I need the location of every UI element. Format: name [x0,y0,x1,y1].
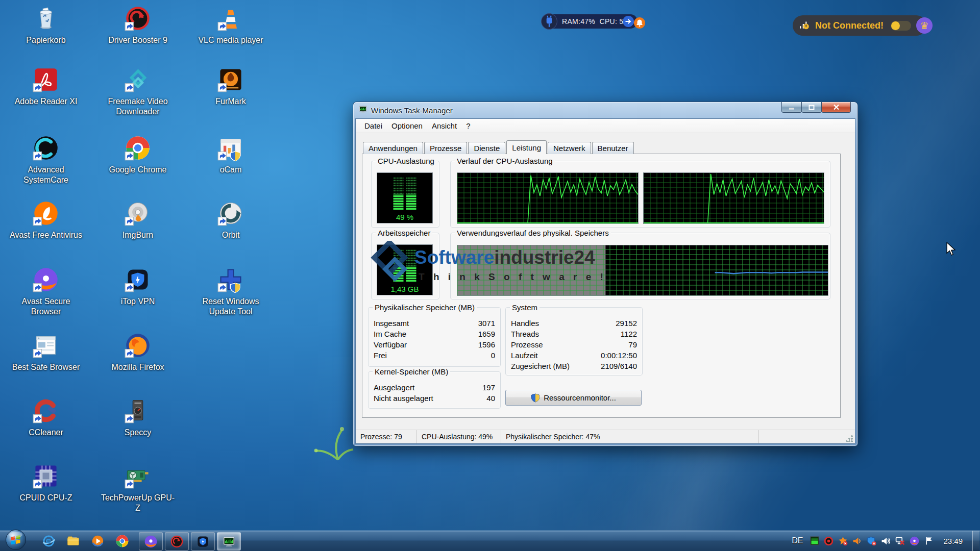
taskbar-button-avast-browser[interactable] [139,532,163,550]
desktop-icon-label: VLC media player [192,35,269,45]
title-bar[interactable]: Windows Task-Manager [353,102,857,118]
tab-netzwerk[interactable]: Netzwerk [548,142,591,154]
desktop-icon-speccy[interactable]: Speccy [100,397,176,438]
desktop-icon-driver-booster[interactable]: Driver Booster 9 [100,5,176,45]
desktop-icon-ocam[interactable]: oCam [192,135,269,175]
memory-history-group: Verwendungsverlauf des physikal. Speiche… [450,233,830,299]
avast-free-icon [33,219,59,228]
avast-warning-tray-icon[interactable] [838,536,848,546]
desktop-icon-furmark[interactable]: FurMark [192,66,269,107]
cpu-history-graph-2 [643,172,824,224]
show-desktop-button[interactable] [972,531,979,551]
tab-leistung[interactable]: Leistung [506,140,547,154]
stat-row: Frei0 [374,350,495,361]
desktop-icon-asc[interactable]: Advanced SystemCare [8,135,84,185]
plug-icon [541,13,558,32]
desktop-icon-vlc[interactable]: VLC media player [192,5,269,45]
orange-speaker-tray-icon[interactable] [852,536,862,546]
stat-row: Laufzeit0:00:12:50 [511,350,637,361]
maximize-button[interactable] [801,102,822,113]
desktop-icon-papierkorb[interactable]: Papierkorb [8,5,84,45]
taskbar-button-ie[interactable] [40,531,57,551]
desktop: PapierkorbDriver Booster 9VLC media play… [0,0,980,551]
action-center-flag-icon[interactable] [924,536,934,546]
furmark-icon [217,86,244,94]
driver-booster-tray-icon[interactable] [824,536,834,546]
desktop-icon-itop-vpn[interactable]: iTop VPN [100,266,176,307]
status-processes: Prozesse: 79 [356,430,417,443]
stat-row: Prozesse79 [511,339,637,350]
desktop-icon-cpuz[interactable]: CPUID CPU-Z [8,463,84,503]
taskbar-button-wmp[interactable] [89,531,106,551]
memory-gauge: 1,43 GB [377,244,433,295]
menu-hilfe[interactable]: ? [461,121,475,130]
desktop-icon-gpuz[interactable]: TechPowerUp GPU-Z [100,463,176,513]
clock[interactable]: 23:49 [938,537,968,545]
vpn-toggle-knob[interactable] [891,21,900,30]
vpn-toggle[interactable] [891,21,911,31]
system-group: System Handles29152 Threads1122 Prozesse… [505,307,643,375]
menu-bar: Datei Optionen Ansicht ? [356,119,855,133]
desktop-icon-freemake[interactable]: Freemake Video Downloader [100,66,176,117]
desktop-icon-orbit[interactable]: Orbit [192,200,269,240]
avast-browser-tray-icon[interactable] [910,536,919,546]
arrow-right-icon[interactable] [622,15,634,30]
taskbar-button-taskmgr[interactable] [217,532,241,550]
taskbar-button-itop-vpn[interactable] [191,532,215,550]
task-manager-window: Windows Task-Manager Datei Optionen Ansi… [353,102,857,446]
desktop-icon-chrome[interactable]: Google Chrome [100,135,176,175]
taskbar-button-explorer[interactable] [64,531,82,551]
desktop-icon-label: Freemake Video Downloader [100,96,176,117]
menu-optionen[interactable]: Optionen [387,121,427,130]
desktop-icon-label: Papierkorb [8,35,84,45]
stat-row: Verfügbar1596 [374,339,495,350]
ccleaner-icon [33,417,59,425]
status-cpu: CPU-Auslastung: 49% [417,430,501,443]
language-indicator[interactable]: DE [790,536,805,545]
desktop-icon-label: Driver Booster 9 [100,35,176,45]
menu-ansicht[interactable]: Ansicht [427,121,461,130]
desktop-icon-imgburn[interactable]: ImgBurn [100,200,176,240]
tab-anwendungen[interactable]: Anwendungen [363,142,423,154]
tab-benutzer[interactable]: Benutzer [592,142,634,154]
premium-crown-icon[interactable]: ♛ [916,17,933,34]
taskbar: DE 23:49 [0,531,980,551]
close-button[interactable] [821,102,851,113]
resource-monitor-button[interactable]: Ressourcenmonitor... [505,390,642,406]
start-button[interactable] [5,529,27,550]
minimize-button[interactable] [781,102,802,113]
bell-icon[interactable] [633,17,646,31]
desktop-icon-avast-free[interactable]: Avast Free Antivirus [8,200,84,240]
cpu-history-group: Verlauf der CPU-Auslastung [450,161,830,228]
network-disconnected-tray-icon[interactable] [895,536,905,546]
desktop-icon-label: iTop VPN [100,296,176,307]
desktop-icon-label: Google Chrome [100,165,176,175]
desktop-icon-label: TechPowerUp GPU-Z [100,493,176,513]
taskbar-button-chrome[interactable] [113,531,131,551]
menu-datei[interactable]: Datei [360,121,387,130]
chrome-icon [125,154,151,163]
desktop-icon-avast-browser[interactable]: Avast Secure Browser [8,266,84,317]
tab-prozesse[interactable]: Prozesse [424,142,468,154]
volume-tray-icon[interactable] [881,536,891,546]
cpuz-icon [33,482,59,491]
vpn-shield-disconnected-tray-icon[interactable] [867,536,876,546]
cpu-usage-group-label: CPU-Auslastung [376,157,436,165]
desktop-icon-firefox[interactable]: Mozilla Firefox [100,332,176,372]
ocam-icon [217,154,244,163]
taskbar-left [0,531,242,551]
desktop-icon-ccleaner[interactable]: CCleaner [8,397,84,438]
tab-dienste[interactable]: Dienste [468,142,505,154]
taskbar-button-driver-booster[interactable] [165,532,189,550]
desktop-icon-reset-wut[interactable]: Reset Windows Update Tool [192,266,269,317]
desktop-icon-best-safe[interactable]: Best Safe Browser [8,332,84,372]
stat-row: Nicht ausgelagert40 [374,393,495,404]
desktop-icon-adobe-reader[interactable]: Adobe Reader XI [8,66,84,107]
desktop-icon-label: FurMark [192,96,269,107]
cpu-meter-tray-icon[interactable] [810,536,819,546]
itop-vpn-icon [125,286,151,294]
desktop-icon-label: Adobe Reader XI [8,96,84,107]
papierkorb-icon [33,24,59,33]
resize-grip[interactable] [846,435,853,442]
status-bar: Prozesse: 79 CPU-Auslastung: 49% Physika… [356,430,855,443]
